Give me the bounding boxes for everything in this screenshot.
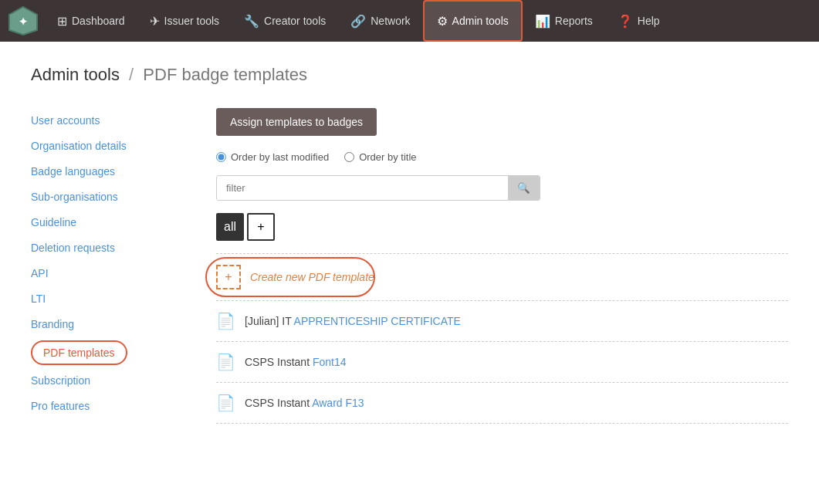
breadcrumb-main: Admin tools: [31, 65, 120, 84]
nav-item-issuer-tools[interactable]: ✈ Issuer tools: [137, 0, 232, 42]
template-item[interactable]: 📄 CSPS Instant Font14: [216, 342, 788, 383]
template-item[interactable]: 📄 [Julian] IT APPRENTICESHIP CERTIFICATE: [216, 301, 788, 342]
sidebar-item-deletion-requests[interactable]: Deletion requests: [31, 235, 185, 261]
nav-item-creator-tools[interactable]: 🔧 Creator tools: [232, 0, 338, 42]
nav-item-network[interactable]: 🔗 Network: [338, 0, 422, 42]
logo[interactable]: ✦: [8, 5, 39, 36]
layout: User accounts Organisation details Badge…: [31, 108, 788, 424]
network-icon: 🔗: [350, 14, 366, 29]
file-icon: 📄: [216, 312, 235, 330]
view-add-button[interactable]: +: [247, 213, 275, 241]
create-new-template-item[interactable]: + Create new PDF template: [216, 254, 788, 301]
main-content: Assign templates to badges Order by last…: [216, 108, 788, 424]
issuer-tools-icon: ✈: [150, 14, 160, 29]
template-name: CSPS Instant Award F13: [245, 397, 364, 409]
reports-icon: 📊: [535, 14, 550, 29]
creator-tools-icon: 🔧: [244, 14, 259, 29]
nav-item-admin-tools[interactable]: ⚙ Admin tools: [423, 0, 523, 42]
page-content: Admin tools / PDF badge templates User a…: [0, 42, 819, 447]
radio-last-modified-input[interactable]: [216, 152, 226, 162]
file-icon: 📄: [216, 394, 235, 412]
nav-item-dashboard[interactable]: ⊞ Dashboard: [45, 0, 137, 42]
sidebar-item-api[interactable]: API: [31, 261, 185, 286]
navbar: ✦ ⊞ Dashboard ✈ Issuer tools 🔧 Creator t…: [0, 0, 819, 42]
nav-items: ⊞ Dashboard ✈ Issuer tools 🔧 Creator too…: [45, 0, 811, 42]
create-icon: +: [216, 265, 241, 289]
order-radio-group: Order by last modified Order by title: [216, 151, 788, 163]
sidebar-item-pdf-templates[interactable]: PDF templates: [31, 340, 127, 365]
sidebar-item-lti[interactable]: LTI: [31, 286, 185, 312]
assign-templates-button[interactable]: Assign templates to badges: [216, 108, 377, 136]
file-icon: 📄: [216, 353, 235, 371]
create-label: Create new PDF template: [250, 271, 374, 283]
nav-item-help[interactable]: ❓ Help: [605, 0, 672, 42]
breadcrumb: Admin tools / PDF badge templates: [31, 65, 788, 85]
view-buttons: all +: [216, 213, 788, 241]
sidebar-item-badge-languages[interactable]: Badge languages: [31, 159, 185, 184]
sidebar-item-sub-organisations[interactable]: Sub-organisations: [31, 184, 185, 210]
template-item[interactable]: 📄 CSPS Instant Award F13: [216, 383, 788, 424]
sidebar-item-pro-features[interactable]: Pro features: [31, 394, 185, 419]
svg-text:✦: ✦: [19, 15, 28, 28]
radio-title[interactable]: Order by title: [344, 151, 416, 163]
breadcrumb-sep: /: [129, 65, 134, 84]
filter-input[interactable]: [217, 176, 508, 200]
search-icon: 🔍: [517, 182, 530, 194]
sidebar-item-user-accounts[interactable]: User accounts: [31, 108, 185, 134]
nav-item-reports[interactable]: 📊 Reports: [523, 0, 605, 42]
view-all-button[interactable]: all: [216, 213, 244, 241]
sidebar-item-branding[interactable]: Branding: [31, 312, 185, 337]
sidebar-item-subscription[interactable]: Subscription: [31, 368, 185, 394]
sidebar-item-guideline[interactable]: Guideline: [31, 210, 185, 235]
dashboard-icon: ⊞: [57, 14, 67, 29]
filter-search-button[interactable]: 🔍: [508, 176, 540, 200]
breadcrumb-sub: PDF badge templates: [143, 65, 307, 84]
help-icon: ❓: [618, 14, 633, 29]
sidebar: User accounts Organisation details Badge…: [31, 108, 185, 424]
filter-row: 🔍: [216, 175, 540, 201]
template-name: [Julian] IT APPRENTICESHIP CERTIFICATE: [245, 315, 461, 327]
radio-last-modified[interactable]: Order by last modified: [216, 151, 329, 163]
admin-tools-icon: ⚙: [437, 14, 448, 29]
radio-title-input[interactable]: [344, 152, 354, 162]
template-list: + Create new PDF template 📄 [Julian] IT …: [216, 253, 788, 424]
template-name: CSPS Instant Font14: [245, 356, 347, 368]
sidebar-item-organisation-details[interactable]: Organisation details: [31, 134, 185, 159]
